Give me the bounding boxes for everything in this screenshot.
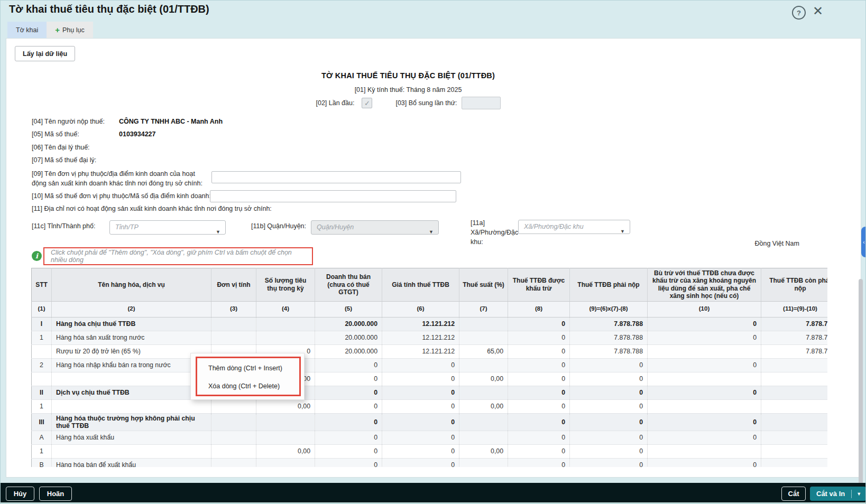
postpone-button[interactable]: Hoãn	[39, 487, 72, 501]
reload-data-button[interactable]: Lấy lại dữ liệu	[15, 46, 75, 61]
cell-col8[interactable]: 0	[508, 344, 570, 358]
help-icon[interactable]: ?	[792, 6, 806, 20]
cell-col3[interactable]	[211, 458, 256, 467]
cell-col2[interactable]	[52, 399, 211, 413]
cell-col6[interactable]: 0	[382, 431, 459, 444]
cell-col5[interactable]: 0	[315, 399, 382, 413]
cell-col10[interactable]: 0	[648, 331, 761, 344]
cell-col8[interactable]: 0	[508, 317, 570, 331]
cell-col2[interactable]	[52, 444, 211, 458]
dependent-tax-code-input[interactable]	[210, 190, 456, 202]
province-select[interactable]: Tỉnh/TP ▼	[109, 220, 226, 235]
cell-col5[interactable]: 0	[315, 458, 382, 467]
cell-col2[interactable]: Hàng hóa chịu thuế TTĐB	[52, 317, 211, 331]
cancel-button[interactable]: Hủy	[6, 487, 34, 501]
cell-col2[interactable]	[52, 372, 211, 386]
cell-col5[interactable]: 0	[315, 386, 382, 399]
cell-col1[interactable]: 1	[32, 399, 52, 413]
cell-col1[interactable]: 1	[32, 331, 52, 344]
cell-col9[interactable]: 0	[570, 444, 648, 458]
cell-col11[interactable]	[761, 458, 828, 467]
cell-col10[interactable]	[648, 399, 761, 413]
cell-col10[interactable]: 0	[648, 431, 761, 444]
cell-col11[interactable]: 7.878.788	[761, 344, 828, 358]
cell-col4[interactable]	[256, 317, 315, 331]
cell-col3[interactable]	[211, 413, 256, 431]
cell-col11[interactable]	[761, 372, 828, 386]
cell-col11[interactable]	[761, 358, 828, 372]
cell-col2[interactable]: Rượu từ 20 độ trở lên (65 %)	[52, 344, 211, 358]
cell-col3[interactable]	[211, 399, 256, 413]
cell-col10[interactable]	[648, 344, 761, 358]
cell-col11[interactable]: 7.878.788	[761, 317, 828, 331]
cell-col1[interactable]	[32, 344, 52, 358]
cell-col2[interactable]: Dịch vụ chịu thuế TTĐB	[52, 386, 211, 399]
cell-col9[interactable]: 0	[570, 386, 648, 399]
cell-col7[interactable]: 0,00	[459, 444, 508, 458]
table-row[interactable]: IIDịch vụ chịu thuế TTĐB00000	[32, 386, 828, 399]
cell-col8[interactable]: 0	[508, 458, 570, 467]
cell-col8[interactable]: 0	[508, 358, 570, 372]
cell-col2[interactable]: Hàng hóa sản xuất trong nước	[52, 331, 211, 344]
cell-col10[interactable]: 0	[648, 413, 761, 431]
cell-col10[interactable]: 0	[648, 317, 761, 331]
cell-col6[interactable]: 0	[382, 386, 459, 399]
cell-col6[interactable]: 0	[382, 458, 459, 467]
cell-col5[interactable]: 0	[315, 444, 382, 458]
cell-col2[interactable]: Hàng hóa bán để xuất khẩu	[52, 458, 211, 467]
menu-item-add-row[interactable]: Thêm dòng (Ctrl + Insert)	[208, 365, 282, 372]
cell-col8[interactable]: 0	[508, 413, 570, 431]
cell-col9[interactable]: 7.878.788	[570, 317, 648, 331]
cell-col2[interactable]: Hàng hóa nhập khẩu bán ra trong nước	[52, 358, 211, 372]
cell-col6[interactable]: 12.121.212	[382, 317, 459, 331]
cell-col7[interactable]	[459, 386, 508, 399]
cell-col3[interactable]	[211, 331, 256, 344]
cell-col2[interactable]: Hàng hóa thuộc trường hợp không phải chị…	[52, 413, 211, 431]
cell-col6[interactable]: 0	[382, 358, 459, 372]
cell-col4[interactable]	[256, 413, 315, 431]
supplement-input[interactable]	[462, 97, 501, 109]
cell-col7[interactable]	[459, 413, 508, 431]
cell-col9[interactable]: 0	[570, 358, 648, 372]
table-row[interactable]: 1Hàng hóa sản xuất trong nước20.000.0001…	[32, 331, 828, 344]
cell-col6[interactable]: 0	[382, 413, 459, 431]
cell-col4[interactable]: 0,00	[256, 399, 315, 413]
cell-col9[interactable]: 0	[570, 372, 648, 386]
cell-col8[interactable]: 0	[508, 386, 570, 399]
cell-col6[interactable]: 0	[382, 399, 459, 413]
cell-col5[interactable]: 20.000.000	[315, 344, 382, 358]
cell-col11[interactable]	[761, 399, 828, 413]
cell-col1[interactable]: B	[32, 458, 52, 467]
cell-col10[interactable]: 0	[648, 458, 761, 467]
cell-col7[interactable]	[459, 458, 508, 467]
cell-col1[interactable]	[32, 372, 52, 386]
cell-col9[interactable]: 0	[570, 413, 648, 431]
table-row[interactable]: AHàng hóa xuất khẩu00000	[32, 431, 828, 444]
table-row[interactable]: 0,00000,0000	[32, 372, 828, 386]
cell-col1[interactable]: 2	[32, 358, 52, 372]
cell-col5[interactable]: 0	[315, 431, 382, 444]
cell-col10[interactable]: 0	[648, 386, 761, 399]
cell-col9[interactable]: 7.878.788	[570, 344, 648, 358]
cell-col3[interactable]	[211, 444, 256, 458]
cell-col6[interactable]: 12.121.212	[382, 344, 459, 358]
cell-col9[interactable]: 7.878.788	[570, 331, 648, 344]
table-row[interactable]: 10,00000,0000	[32, 399, 828, 413]
cell-col1[interactable]: A	[32, 431, 52, 444]
table-row[interactable]: 10,00000,0000	[32, 444, 828, 458]
cell-col10[interactable]: 0	[648, 358, 761, 372]
cell-col3[interactable]	[211, 317, 256, 331]
menu-item-delete-row[interactable]: Xóa dòng (Ctrl + Delete)	[208, 382, 280, 390]
cell-col5[interactable]: 0	[315, 358, 382, 372]
cell-col7[interactable]	[459, 431, 508, 444]
cut-and-print-button[interactable]: Cắt và In ▼	[810, 487, 866, 501]
dependent-unit-input[interactable]	[211, 171, 461, 183]
table-row[interactable]: BHàng hóa bán để xuất khẩu00000	[32, 458, 828, 467]
cell-col8[interactable]: 0	[508, 331, 570, 344]
cell-col8[interactable]: 0	[508, 431, 570, 444]
cell-col11[interactable]	[761, 444, 828, 458]
cell-col4[interactable]	[256, 431, 315, 444]
cell-col7[interactable]	[459, 331, 508, 344]
cell-col7[interactable]: 0,00	[459, 372, 508, 386]
cell-col8[interactable]: 0	[508, 444, 570, 458]
